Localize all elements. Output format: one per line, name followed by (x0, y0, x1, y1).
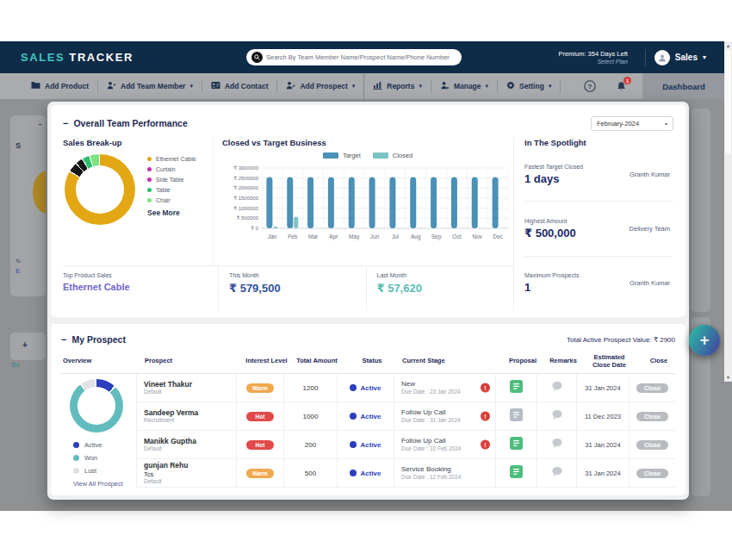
spotlight-stat-text: Maximum Prospects1 (524, 272, 579, 294)
remarks-chat-icon[interactable] (551, 437, 563, 452)
spotlight-stat-value: ₹ 500,000 (524, 227, 576, 240)
chevron-down-icon: ▾ (549, 83, 552, 90)
background-text: S (16, 141, 21, 150)
top-product-link[interactable]: Ethernet Cable (63, 282, 218, 292)
estimated-close-date-cell: 31 Jan 2024 (576, 459, 629, 487)
spotlight-stat-value: 1 days (524, 172, 583, 185)
prospect-table-header: OverviewProspectInterest LevelTotal Amou… (61, 348, 675, 374)
status-cell: Active (337, 431, 394, 458)
proposal-document-icon[interactable] (510, 465, 523, 482)
total-amount-value: 1200 (303, 384, 319, 392)
tab-dashboard[interactable]: Dashboard (642, 73, 725, 99)
collapse-icon[interactable]: − (61, 334, 66, 345)
menu-item-add-team-member[interactable]: Add Team Member▾ (98, 73, 202, 99)
menu-item-add-product[interactable]: Add Product (22, 73, 97, 99)
column-header-overview: Overview (61, 357, 143, 364)
last-month-label: Last Month (377, 272, 514, 278)
legend-item: Curtain (147, 166, 196, 172)
logo-tracker: TRACKER (69, 51, 133, 64)
legend-swatch (323, 152, 338, 159)
spotlight-title: In The Spotlight (524, 138, 673, 147)
prospect-group: Default (144, 478, 162, 485)
menu-item-add-prospect[interactable]: Add Prospect▾ (277, 73, 363, 99)
svg-text:Jan: Jan (268, 233, 277, 240)
proposal-cell (495, 459, 537, 487)
overdue-alert-icon: ! (481, 440, 490, 450)
legend-label: Closed (393, 152, 413, 159)
svg-text:Jun: Jun (370, 233, 380, 240)
chevron-down-icon: ▾ (189, 83, 193, 90)
chart-legend: TargetClosed (222, 149, 513, 161)
legend-item: Ethernet Cable (147, 156, 196, 162)
chevron-down-icon[interactable]: ▾ (703, 53, 706, 61)
svg-text:₹ 3000000: ₹ 3000000 (233, 165, 259, 171)
column-header-estimated-close-date: Estimated Close Date (583, 353, 636, 369)
see-more-link[interactable]: See More (147, 208, 196, 217)
menu-item-manage[interactable]: Manage▾ (431, 73, 497, 99)
svg-text:Sep: Sep (431, 233, 442, 240)
vertical-scrollbar[interactable]: ▲ ▼ (724, 41, 732, 382)
column-header-remarks: Remarks (543, 357, 583, 364)
add-fab-button[interactable]: + (689, 325, 720, 356)
highlighted-panel: − Overall Team Performance February-2024… (47, 102, 689, 500)
stage-name: Service Booking (401, 465, 451, 474)
remarks-chat-icon[interactable] (551, 465, 563, 481)
background-text: Ov (11, 362, 19, 368)
select-plan-link[interactable]: Select Plan (558, 59, 627, 65)
scroll-up-icon[interactable]: ▲ (724, 43, 732, 48)
proposal-document-icon[interactable] (510, 408, 523, 425)
proposal-document-icon[interactable] (510, 437, 523, 453)
remarks-cell (537, 459, 576, 487)
close-button[interactable]: Close (636, 412, 668, 421)
scrollbar-thumb[interactable] (725, 50, 731, 153)
legend-label: Lost (84, 467, 96, 475)
close-button[interactable]: Close (636, 440, 668, 450)
column-header-prospect: Prospect (143, 357, 243, 364)
menu-item-add-contact[interactable]: Add Contact (202, 73, 277, 99)
overall-team-performance-card: − Overall Team Performance February-2024… (51, 105, 685, 317)
help-icon[interactable]: ? (584, 80, 596, 96)
stage-due-date: Due Date : 31 Jan 2024 (401, 417, 461, 424)
remarks-chat-icon[interactable] (551, 380, 563, 395)
sales-breakup-donut-chart (65, 154, 135, 225)
table-row[interactable]: Manikk GupthaDefaultHot200ActiveFollow U… (136, 431, 675, 459)
close-button[interactable]: Close (636, 383, 668, 393)
legend-item: Lost (73, 467, 136, 475)
close-button[interactable]: Close (636, 469, 668, 478)
logo-sales: SALES (21, 51, 65, 64)
table-row[interactable]: Sandeep VermaRecruitmentHot1000ActiveFol… (136, 402, 675, 431)
chevron-down-icon: ▾ (352, 83, 356, 90)
spotlight-stat-name: Granth Kumar (630, 279, 670, 287)
column-header-close: Close (636, 357, 682, 364)
global-search[interactable] (246, 49, 462, 65)
search-input[interactable] (266, 53, 456, 61)
month-filter-select[interactable]: February-2024 ▾ (591, 116, 673, 131)
spotlight-stat-label: Maximum Prospects (524, 272, 579, 278)
top-product-block: Top Product Sales Ethernet Cable (63, 266, 218, 310)
status-dot-icon (350, 384, 357, 391)
person-edit-icon (286, 81, 295, 91)
svg-text:Apr: Apr (329, 233, 338, 240)
status-label: Active (360, 384, 381, 392)
collapse-icon[interactable]: − (63, 118, 68, 128)
avatar[interactable] (654, 50, 670, 65)
scroll-down-icon[interactable]: ▼ (724, 375, 732, 380)
remarks-chat-icon[interactable] (551, 408, 563, 424)
proposal-document-icon[interactable] (510, 380, 523, 396)
menu-item-label: Add Prospect (300, 82, 347, 90)
menu-item-setting[interactable]: Setting▾ (498, 73, 560, 99)
notification-bell-icon[interactable]: 1 (616, 80, 627, 96)
closed-vs-target-bar-chart: ₹ 3000000₹ 2500000₹ 2000000₹ 1500000₹ 10… (222, 161, 513, 252)
sales-breakup-panel: Sales Break-up Ethernet CableCurtainSide… (63, 136, 213, 265)
table-row[interactable]: gunjan RehuTcsDefaultWarm500ActiveServic… (136, 459, 675, 488)
stage-name: Follow Up Call (401, 408, 446, 417)
status-label: Active (360, 470, 381, 477)
view-all-prospect-link[interactable]: View All Prospect (73, 480, 136, 488)
account-menu[interactable]: Sales (675, 53, 698, 62)
this-month-block: This Month ₹ 579,500 (219, 266, 366, 310)
menu-item-reports[interactable]: Reports▾ (364, 73, 431, 99)
table-row[interactable]: Vineet ThakurDefaultWarm1200ActiveNewDue… (136, 374, 675, 402)
folder-plus-icon (31, 81, 40, 91)
legend-dot (147, 167, 152, 171)
status-dot-icon (350, 470, 357, 476)
